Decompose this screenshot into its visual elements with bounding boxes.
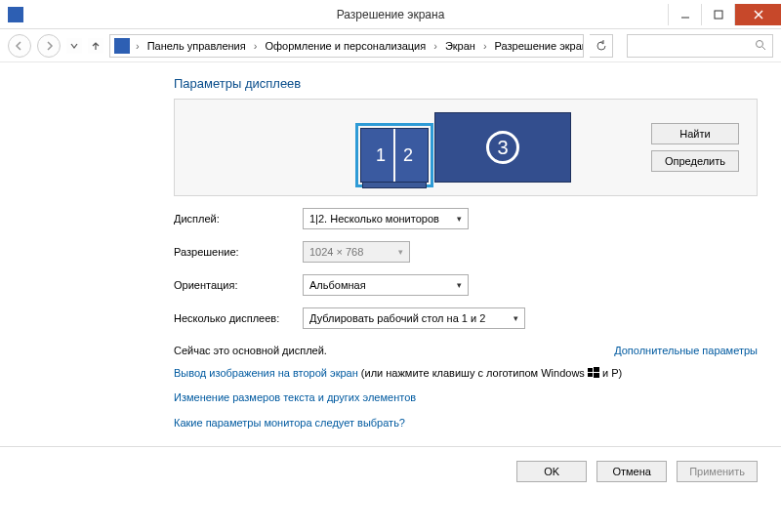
control-panel-icon	[114, 38, 130, 54]
arrow-left-icon	[14, 40, 25, 52]
resize-text-link[interactable]: Изменение размеров текста и других элеме…	[174, 391, 416, 403]
search-icon	[755, 39, 766, 53]
page-heading: Параметры дисплеев	[174, 76, 758, 91]
chevron-right-icon: ›	[134, 40, 142, 52]
chevron-down-icon: ▾	[449, 280, 462, 290]
display-preview: 1 2 3 Найти Определить	[174, 99, 758, 196]
breadcrumb-item[interactable]: Разрешение экрана	[493, 38, 584, 54]
project-paragraph: Вывод изображения на второй экран (или н…	[174, 366, 758, 381]
breadcrumb[interactable]: › Панель управления › Оформление и персо…	[109, 34, 584, 58]
apply-button: Применить	[677, 461, 758, 482]
display-select[interactable]: 1|2. Несколько мониторов ▾	[303, 208, 469, 229]
title-bar: Разрешение экрана	[0, 0, 781, 29]
advanced-settings-link[interactable]: Дополнительные параметры	[614, 345, 758, 356]
breadcrumb-item[interactable]: Панель управления	[145, 38, 248, 54]
refresh-icon	[596, 40, 607, 52]
nav-bar: › Панель управления › Оформление и персо…	[0, 29, 781, 62]
cancel-button[interactable]: Отмена	[596, 461, 667, 482]
svg-rect-8	[588, 373, 593, 377]
footer-buttons: OK Отмена Применить	[0, 447, 781, 496]
breadcrumb-item[interactable]: Оформление и персонализация	[263, 38, 428, 54]
arrow-right-icon	[43, 40, 55, 52]
windows-logo-icon	[588, 367, 599, 379]
chevron-right-icon: ›	[481, 40, 489, 52]
multi-display-value: Дублировать рабочий стол на 1 и 2	[309, 312, 485, 324]
chevron-down-icon	[69, 41, 79, 51]
primary-display-message: Сейчас это основной дисплей.	[174, 345, 327, 356]
monitor-1-2[interactable]: 1 2	[360, 128, 429, 183]
ok-button[interactable]: OK	[516, 461, 587, 482]
project-suffix: (или нажмите клавишу с логотипом Windows	[358, 367, 588, 379]
project-link[interactable]: Вывод изображения на второй экран	[174, 367, 358, 379]
monitor-label: 3	[486, 131, 519, 164]
orientation-value: Альбомная	[309, 279, 366, 291]
chevron-right-icon: ›	[252, 40, 260, 52]
refresh-button[interactable]	[590, 34, 613, 58]
chevron-right-icon: ›	[432, 40, 439, 52]
display-label: Дисплей:	[174, 213, 291, 225]
breadcrumb-item[interactable]: Экран	[443, 38, 477, 54]
resolution-label: Разрешение:	[174, 246, 291, 258]
find-button[interactable]: Найти	[651, 123, 739, 144]
monitor-3[interactable]: 3	[434, 112, 571, 183]
monitor-label: 2	[403, 145, 413, 166]
forward-button[interactable]	[37, 34, 61, 58]
svg-point-4	[757, 40, 763, 47]
chevron-down-icon: ▾	[390, 247, 403, 257]
project-suffix: и P)	[599, 367, 622, 379]
arrow-up-icon	[90, 40, 102, 52]
content-area: Параметры дисплеев 1 2 3 Найти Определит…	[0, 62, 781, 430]
monitor-group: 1 2 3	[360, 112, 571, 183]
resolution-value: 1024 × 768	[309, 246, 363, 258]
orientation-label: Ориентация:	[174, 279, 291, 291]
chevron-down-icon: ▾	[449, 214, 462, 224]
monitor-label: 1	[376, 145, 386, 166]
svg-rect-6	[588, 368, 593, 372]
up-button[interactable]	[88, 38, 103, 54]
svg-line-5	[762, 47, 765, 50]
back-button[interactable]	[8, 34, 31, 58]
which-settings-link[interactable]: Какие параметры монитора следует выбрать…	[174, 417, 405, 429]
display-value: 1|2. Несколько мониторов	[309, 213, 439, 225]
chevron-down-icon: ▾	[506, 313, 518, 323]
multi-display-label: Несколько дисплеев:	[174, 312, 291, 324]
orientation-select[interactable]: Альбомная ▾	[303, 274, 469, 296]
search-input[interactable]	[627, 34, 773, 58]
detect-button[interactable]: Определить	[651, 150, 739, 172]
window-title: Разрешение экрана	[0, 8, 781, 21]
resolution-select: 1024 × 768 ▾	[303, 241, 410, 263]
multi-display-select[interactable]: Дублировать рабочий стол на 1 и 2 ▾	[303, 307, 525, 329]
recent-button[interactable]	[66, 38, 82, 54]
